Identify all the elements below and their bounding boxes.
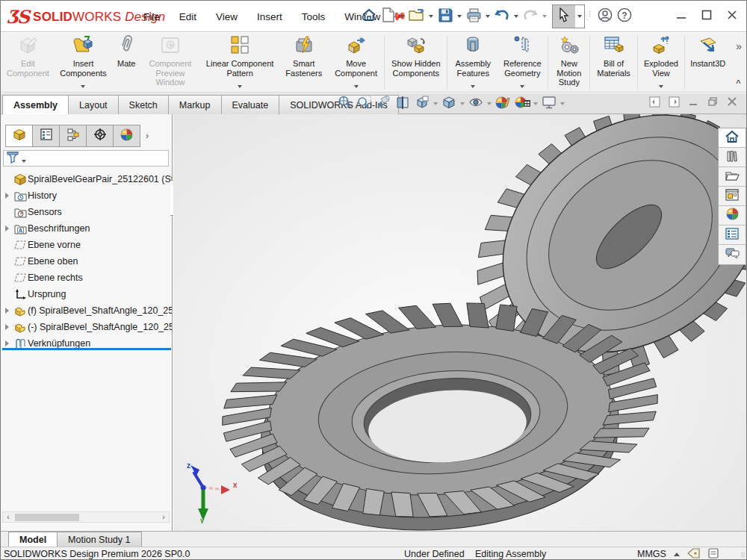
redo-button[interactable]	[521, 5, 540, 28]
display-style-dropdown[interactable]	[459, 102, 466, 105]
tree-root-item[interactable]: SpiralBevelGearPair_25122601 (Standar	[1, 171, 173, 187]
bill-of-materials-button[interactable]: Bill of Materials	[591, 34, 636, 90]
redo-dropdown[interactable]	[540, 5, 549, 28]
units-dropdown-icon[interactable]	[674, 553, 680, 556]
instant3d-button[interactable]: Instant3D	[686, 34, 730, 90]
file-explorer-icon[interactable]	[719, 167, 746, 187]
new-motion-study-button[interactable]: New Motion Study	[549, 34, 589, 90]
section-view-icon[interactable]	[393, 95, 412, 113]
tree-item-history[interactable]: History	[1, 187, 173, 204]
save-button[interactable]	[436, 5, 455, 28]
propertymanager-tab-icon[interactable]	[32, 125, 60, 147]
apply-scene-dropdown[interactable]	[532, 102, 539, 105]
doc-minimize-icon[interactable]	[686, 95, 700, 108]
tree-item-origin[interactable]: Ursprung	[1, 286, 173, 302]
undo-button[interactable]	[492, 5, 512, 28]
ring-gear[interactable]	[223, 303, 658, 531]
tree-filter[interactable]	[3, 150, 169, 167]
tab-evaluate[interactable]: Evaluate	[221, 95, 280, 114]
tab-model[interactable]: Model	[8, 532, 58, 547]
close-button[interactable]	[721, 4, 743, 26]
assembly-features-button[interactable]: Assembly Features	[448, 34, 498, 90]
manager-tabs-expand-icon[interactable]: ›	[140, 125, 155, 147]
graphics-viewport[interactable]: z x y	[173, 114, 747, 531]
tab-assembly[interactable]: Assembly	[2, 95, 69, 114]
zoom-to-fit-icon[interactable]	[335, 95, 354, 113]
insert-components-button[interactable]: Insert Components	[54, 34, 113, 90]
print-button[interactable]	[464, 5, 483, 28]
custom-properties-icon[interactable]	[719, 225, 746, 245]
new-document-button[interactable]	[379, 5, 398, 28]
ribbon-collapse-button[interactable]: ^	[736, 78, 742, 87]
tree-item-gear1[interactable]: (f) SpiralBevel_ShaftAngle_120_25	[1, 302, 173, 319]
mate-button[interactable]: Mate	[113, 34, 140, 90]
component-preview-window-button[interactable]: Component Preview Window	[140, 34, 200, 90]
expand-arrow-icon[interactable]	[5, 308, 9, 314]
resize-grip-icon[interactable]: ⠿	[740, 552, 746, 559]
previous-view-icon[interactable]	[374, 95, 393, 113]
tree-item-sensors[interactable]: Sensors	[1, 204, 173, 220]
view-orientation-dropdown[interactable]	[432, 102, 439, 105]
configurationmanager-tab-icon[interactable]	[59, 125, 87, 147]
smart-fasteners-button[interactable]: Smart Fasteners	[279, 34, 329, 90]
tree-item-plane-right[interactable]: Ebene rechts	[1, 270, 173, 286]
expand-arrow-icon[interactable]	[5, 225, 9, 231]
move-component-button[interactable]: Move Component	[329, 34, 384, 90]
maximize-button[interactable]	[695, 4, 718, 26]
view-settings-dropdown[interactable]	[559, 102, 566, 105]
forum-icon[interactable]	[719, 245, 746, 264]
view-orientation-icon[interactable]	[412, 95, 432, 113]
tree-item-gear2[interactable]: (-) SpiralBevel_ShaftAngle_120_25	[1, 319, 173, 335]
hide-show-items-icon[interactable]	[466, 95, 486, 113]
featuremanager-tab-icon[interactable]	[5, 125, 33, 147]
scroll-left-icon[interactable]: ‹	[3, 513, 13, 521]
gear-assembly-model[interactable]	[173, 114, 747, 531]
tree-item-plane-front[interactable]: Ebene vorne	[1, 237, 173, 253]
undo-dropdown[interactable]	[512, 5, 521, 28]
tag-icon[interactable]	[687, 548, 701, 560]
view-palette-icon[interactable]	[719, 187, 746, 206]
home-button[interactable]	[359, 5, 379, 28]
menu-insert[interactable]: Insert	[247, 1, 292, 32]
task-home-icon[interactable]	[719, 128, 746, 148]
tree-item-annotations[interactable]: ABeschriftungen	[1, 220, 173, 237]
exploded-view-button[interactable]: Exploded View	[639, 34, 684, 90]
note-icon[interactable]	[708, 548, 719, 560]
design-library-icon[interactable]	[719, 148, 746, 167]
tab-sketch[interactable]: Sketch	[118, 95, 169, 114]
tree-horizontal-scrollbar[interactable]: ‹ ›	[2, 511, 170, 523]
account-button[interactable]	[595, 5, 615, 28]
expand-arrow-icon[interactable]	[5, 193, 9, 199]
menu-edit[interactable]: Edit	[170, 1, 206, 32]
save-dropdown[interactable]	[455, 5, 464, 28]
hide-show-dropdown[interactable]	[486, 102, 493, 105]
units-value[interactable]: MMGS	[637, 549, 666, 559]
help-button[interactable]: ?	[615, 5, 634, 28]
expand-arrow-icon[interactable]	[5, 340, 9, 346]
reference-geometry-button[interactable]: Reference Geometry	[498, 34, 547, 90]
display-style-icon[interactable]	[439, 95, 459, 113]
select-cursor-button[interactable]	[553, 5, 575, 28]
doc-close-icon[interactable]	[725, 95, 739, 108]
linear-component-pattern-button[interactable]: Linear Component Pattern	[200, 34, 279, 90]
new-dropdown[interactable]	[398, 5, 407, 28]
displaymanager-tab-icon[interactable]	[113, 125, 140, 147]
menu-tools[interactable]: Tools	[292, 1, 335, 32]
ribbon-overflow-button[interactable]: »	[736, 40, 742, 52]
apply-scene-icon[interactable]	[512, 95, 532, 113]
edit-component-button[interactable]: Edit Component	[2, 34, 54, 90]
scroll-right-icon[interactable]: ›	[158, 513, 169, 521]
doc-restore-icon[interactable]	[706, 95, 719, 108]
minimize-button[interactable]	[670, 4, 692, 26]
menu-file[interactable]: File	[134, 1, 170, 32]
pane-right-icon[interactable]	[667, 95, 681, 108]
tab-layout[interactable]: Layout	[68, 95, 119, 114]
appearances-icon[interactable]	[719, 206, 746, 225]
show-hidden-components-button[interactable]: Show Hidden Components	[385, 34, 446, 90]
select-dropdown[interactable]	[575, 5, 584, 28]
open-button[interactable]	[407, 5, 427, 28]
scroll-thumb[interactable]	[15, 514, 79, 521]
edit-appearance-icon[interactable]	[493, 95, 512, 113]
dimxpert-tab-icon[interactable]	[86, 125, 114, 147]
print-dropdown[interactable]	[483, 5, 492, 28]
